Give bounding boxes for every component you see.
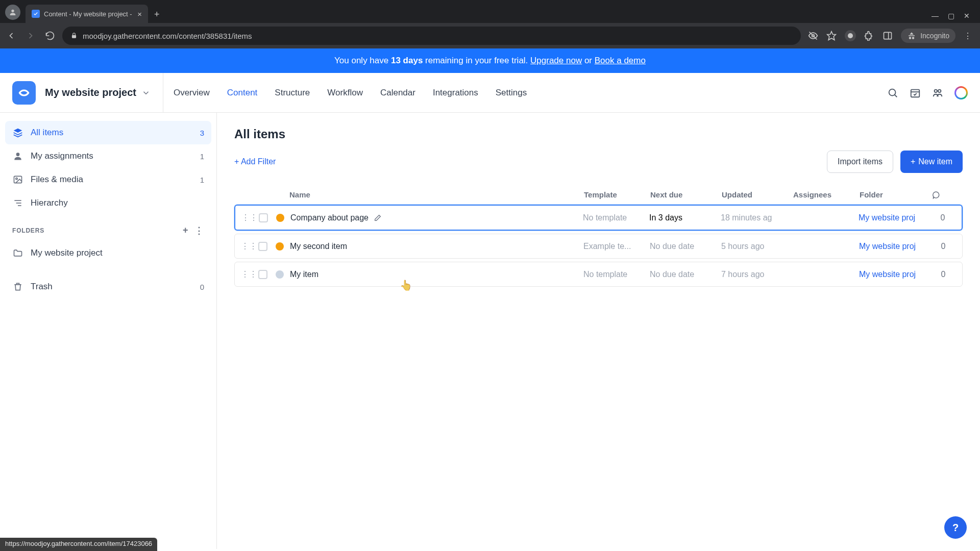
folder-icon xyxy=(12,247,23,259)
book-demo-link[interactable]: Book a demo xyxy=(595,56,646,65)
nav-workflow[interactable]: Workflow xyxy=(326,86,364,100)
row-updated: 18 minutes ag xyxy=(721,213,792,222)
status-dot-icon xyxy=(276,270,284,279)
edit-icon[interactable] xyxy=(374,214,382,222)
new-item-button[interactable]: + New item xyxy=(900,151,963,173)
project-selector[interactable]: My website project xyxy=(45,73,163,113)
nav-content[interactable]: Content xyxy=(226,86,259,100)
bookmark-star-icon[interactable] xyxy=(826,31,837,41)
sidebar-folder-item[interactable]: My website project xyxy=(5,241,211,265)
row-folder[interactable]: My website proj xyxy=(859,270,930,279)
new-tab-button[interactable]: + xyxy=(148,9,166,23)
col-name[interactable]: Name xyxy=(289,190,584,199)
row-name[interactable]: My item xyxy=(290,270,583,279)
profile-avatar[interactable] xyxy=(5,5,20,20)
people-icon[interactable] xyxy=(932,87,943,98)
nav-forward-icon[interactable] xyxy=(26,31,36,41)
person-icon xyxy=(12,151,23,162)
svg-point-9 xyxy=(912,37,915,39)
row-comments: 0 xyxy=(930,213,955,222)
sidebar-trash-label: Trash xyxy=(31,282,53,292)
drag-handle-icon[interactable]: ⋮⋮ xyxy=(241,213,258,222)
sidebar-trash[interactable]: Trash 0 xyxy=(5,275,211,298)
browser-menu-icon[interactable]: ⋮ xyxy=(964,31,972,41)
row-folder[interactable]: My website proj xyxy=(859,213,930,222)
col-assignees[interactable]: Assignees xyxy=(793,190,860,199)
folder-menu-icon[interactable]: ⋮ xyxy=(194,225,204,236)
nav-overview[interactable]: Overview xyxy=(173,86,211,100)
nav-reload-icon[interactable] xyxy=(45,31,55,41)
sidebar-files-media[interactable]: Files & media 1 xyxy=(5,168,211,191)
row-checkbox[interactable] xyxy=(259,213,268,222)
incognito-badge[interactable]: Incognito xyxy=(901,29,955,43)
drag-handle-icon[interactable]: ⋮⋮ xyxy=(241,270,257,279)
col-template[interactable]: Template xyxy=(584,190,650,199)
import-items-button[interactable]: Import items xyxy=(827,151,893,173)
page-title: All items xyxy=(234,127,963,141)
col-updated[interactable]: Updated xyxy=(722,190,793,199)
col-folder[interactable]: Folder xyxy=(860,190,931,199)
window-close-icon[interactable]: ✕ xyxy=(964,12,970,20)
chevron-down-icon xyxy=(141,88,151,97)
upgrade-link[interactable]: Upgrade now xyxy=(530,56,582,65)
sidebar-all-items[interactable]: All items 3 xyxy=(5,121,211,144)
layers-icon xyxy=(12,127,23,138)
sidebar-folder-label: My website project xyxy=(31,248,103,258)
sidebar-hierarchy[interactable]: Hierarchy xyxy=(5,191,211,215)
sidebar-my-assignments-count: 1 xyxy=(200,152,204,161)
nav-settings[interactable]: Settings xyxy=(495,86,528,100)
table-row[interactable]: ⋮⋮ My item No template No due date 7 hou… xyxy=(234,262,963,287)
sidebar-folders-title: FOLDERS xyxy=(12,227,44,234)
browser-tab[interactable]: Content - My website project - × xyxy=(26,5,148,23)
col-comments-icon[interactable] xyxy=(931,190,957,199)
row-name[interactable]: My second item xyxy=(290,242,583,251)
row-folder[interactable]: My website proj xyxy=(859,242,930,251)
row-comments: 0 xyxy=(930,270,956,279)
sidebar-my-assignments[interactable]: My assignments 1 xyxy=(5,144,211,168)
hierarchy-icon xyxy=(12,197,23,209)
tab-close-icon[interactable]: × xyxy=(137,10,142,18)
banner-days: 13 days xyxy=(391,56,423,65)
row-checkbox[interactable] xyxy=(258,270,267,279)
row-name[interactable]: Company about page xyxy=(290,213,583,222)
svg-point-8 xyxy=(909,37,912,39)
col-next-due[interactable]: Next due xyxy=(650,190,722,199)
window-maximize-icon[interactable]: ▢ xyxy=(948,12,954,20)
sidepanel-icon[interactable] xyxy=(883,31,893,41)
nav-integrations[interactable]: Integrations xyxy=(432,86,479,100)
extension-icon[interactable] xyxy=(845,30,856,41)
puzzle-icon[interactable] xyxy=(864,31,874,41)
svg-point-15 xyxy=(938,89,941,92)
add-filter-button[interactable]: + Add Filter xyxy=(234,157,276,166)
svg-marker-4 xyxy=(827,32,836,40)
app-logo-icon[interactable] xyxy=(12,81,36,105)
search-icon[interactable] xyxy=(887,87,898,98)
browser-toolbar: moodjoy.gathercontent.com/content/385831… xyxy=(0,23,980,48)
url-bar[interactable]: moodjoy.gathercontent.com/content/385831… xyxy=(62,27,801,45)
user-avatar-icon[interactable] xyxy=(954,86,968,99)
tab-title: Content - My website project - xyxy=(44,10,132,18)
add-folder-icon[interactable]: + xyxy=(183,225,188,236)
sidebar-all-items-label: All items xyxy=(31,128,63,138)
header-actions xyxy=(887,86,968,99)
window-minimize-icon[interactable]: — xyxy=(932,12,939,20)
browser-tab-bar: Content - My website project - × + — ▢ ✕ xyxy=(0,0,980,23)
trash-icon xyxy=(12,281,23,292)
sidebar-files-media-count: 1 xyxy=(200,176,204,184)
table-row[interactable]: ⋮⋮ My second item Example te... No due d… xyxy=(234,234,963,259)
project-name: My website project xyxy=(45,87,136,98)
app-header: My website project Overview Content Stru… xyxy=(0,73,980,113)
svg-point-18 xyxy=(16,178,17,180)
row-checkbox[interactable] xyxy=(258,242,267,251)
nav-back-icon[interactable] xyxy=(6,31,16,41)
lock-icon xyxy=(70,32,78,39)
nav-structure[interactable]: Structure xyxy=(274,86,311,100)
visibility-off-icon[interactable] xyxy=(808,31,818,41)
help-button[interactable]: ? xyxy=(944,516,967,539)
drag-handle-icon[interactable]: ⋮⋮ xyxy=(241,242,257,251)
nav-calendar[interactable]: Calendar xyxy=(379,86,416,100)
table-row[interactable]: ⋮⋮ Company about page No template In 3 d… xyxy=(234,205,963,231)
sidebar-trash-count: 0 xyxy=(200,283,204,291)
image-icon xyxy=(12,174,23,185)
calendar-check-icon[interactable] xyxy=(910,87,921,98)
